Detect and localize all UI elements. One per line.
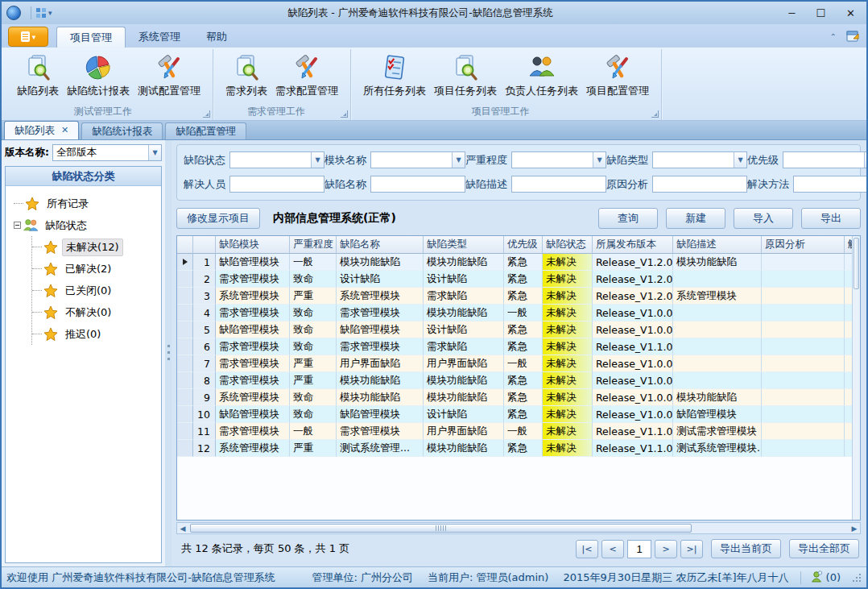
table-cell[interactable]: 未解决 bbox=[543, 338, 593, 355]
table-row[interactable]: 10缺陷管理模块致命缺陷管理模块设计缺陷紧急未解决Release_V1.0.0缺… bbox=[177, 406, 852, 423]
page-number-input[interactable] bbox=[627, 540, 651, 558]
table-cell[interactable] bbox=[762, 321, 845, 338]
modify-columns-button[interactable]: 修改显示项目 bbox=[176, 208, 260, 229]
dialog-launcher-icon[interactable] bbox=[203, 110, 210, 118]
filter-dropdown-r1-3[interactable]: ▼ bbox=[652, 151, 747, 168]
tree-item[interactable]: 已关闭(0) bbox=[32, 280, 158, 301]
chevron-down-icon[interactable]: ▼ bbox=[864, 152, 866, 168]
tree-collapse-icon[interactable] bbox=[14, 222, 21, 229]
table-cell[interactable]: 需求缺陷 bbox=[424, 338, 504, 355]
filter-input-r2-4[interactable] bbox=[793, 176, 866, 193]
column-header-3[interactable]: 缺陷类型 bbox=[424, 236, 504, 254]
table-cell[interactable]: 需求缺陷 bbox=[424, 288, 504, 305]
table-row[interactable]: 11需求管理模块一般需求管理模块用户界面缺陷一般未解决Release_V1.1.… bbox=[177, 423, 852, 440]
table-cell[interactable]: 一般 bbox=[504, 305, 543, 321]
column-header-6[interactable]: 所属发布版本 bbox=[593, 236, 673, 254]
column-header-8[interactable]: 原因分析 bbox=[762, 236, 845, 254]
table-cell[interactable]: 模块功能缺陷 bbox=[337, 372, 424, 389]
horizontal-scroll-track[interactable] bbox=[188, 523, 849, 533]
scroll-right-icon[interactable]: ▶ bbox=[849, 525, 860, 533]
tab-close-icon[interactable]: ✕ bbox=[61, 122, 68, 139]
table-cell[interactable]: 模块功能缺陷 bbox=[424, 372, 504, 389]
tree-item[interactable]: 缺陷状态 bbox=[14, 214, 158, 236]
table-cell[interactable]: 模块功能缺陷 bbox=[424, 305, 504, 321]
column-header-2[interactable]: 缺陷名称 bbox=[337, 236, 424, 254]
table-cell[interactable]: 紧急 bbox=[504, 406, 543, 423]
table-cell[interactable]: Release_V1.1.0 bbox=[593, 423, 673, 440]
table-cell[interactable]: 模块功能缺陷 bbox=[673, 254, 762, 271]
table-cell[interactable]: 致命 bbox=[290, 338, 337, 355]
table-cell[interactable] bbox=[762, 406, 845, 423]
last-page-button[interactable]: >| bbox=[680, 540, 703, 558]
table-cell[interactable]: 需求管理模块 bbox=[216, 305, 290, 321]
panel-splitter[interactable] bbox=[165, 140, 172, 566]
ribbon-button[interactable]: 项目配置管理 bbox=[582, 52, 653, 100]
chevron-down-icon[interactable]: ▼ bbox=[148, 145, 161, 160]
table-cell[interactable]: 紧急 bbox=[504, 271, 543, 288]
table-cell[interactable]: 缺陷管理模块 bbox=[216, 254, 290, 271]
table-cell[interactable]: 模块功能缺陷 bbox=[424, 254, 504, 271]
table-cell[interactable]: 致命 bbox=[290, 305, 337, 321]
skin-style-icon[interactable] bbox=[846, 29, 860, 44]
table-cell[interactable]: Release_V1.0.0 bbox=[593, 321, 673, 338]
table-cell[interactable]: 需求管理模块 bbox=[337, 423, 424, 440]
table-cell[interactable]: 严重 bbox=[290, 440, 337, 457]
filter-input-r2-3[interactable] bbox=[652, 176, 747, 193]
filter-input-r2-0[interactable] bbox=[229, 176, 324, 193]
table-cell[interactable]: 设计缺陷 bbox=[337, 271, 424, 288]
horizontal-scrollbar-thumb[interactable] bbox=[190, 524, 692, 533]
table-cell[interactable]: 设计缺陷 bbox=[424, 271, 504, 288]
table-cell[interactable]: 需求管理模块 bbox=[337, 338, 424, 355]
table-cell[interactable]: 设计缺陷 bbox=[424, 406, 504, 423]
column-header-9[interactable]: 解决 bbox=[845, 236, 852, 254]
first-page-button[interactable]: |< bbox=[576, 540, 598, 558]
table-cell[interactable]: 模块功能缺陷 bbox=[337, 389, 424, 406]
table-cell[interactable]: 未解决 bbox=[543, 321, 593, 338]
table-cell[interactable]: 紧急 bbox=[504, 254, 543, 271]
chevron-down-icon[interactable]: ▼ bbox=[311, 152, 324, 168]
table-cell[interactable]: 未解决 bbox=[543, 372, 593, 389]
table-cell[interactable]: 致命 bbox=[290, 406, 337, 423]
column-header-1[interactable]: 严重程度 bbox=[290, 236, 337, 254]
column-header-5[interactable]: 缺陷状态 bbox=[543, 236, 593, 254]
filter-dropdown-r1-2[interactable]: ▼ bbox=[511, 151, 606, 168]
ribbon-button[interactable]: 缺陷列表 bbox=[13, 52, 63, 100]
query-button[interactable]: 查询 bbox=[598, 208, 658, 229]
close-button[interactable]: ✕ bbox=[846, 8, 855, 19]
table-row[interactable]: 8需求管理模块严重模块功能缺陷模块功能缺陷紧急未解决Release_V1.0.0 bbox=[177, 372, 852, 389]
table-cell[interactable]: 一般 bbox=[290, 254, 337, 271]
ribbon-button[interactable]: 负责人任务列表 bbox=[501, 52, 582, 100]
table-cell[interactable] bbox=[673, 372, 762, 389]
table-cell[interactable] bbox=[762, 288, 845, 305]
table-cell[interactable]: 紧急 bbox=[504, 372, 543, 389]
table-row[interactable]: 5缺陷管理模块致命缺陷管理模块设计缺陷紧急未解决Release_V1.0.0 bbox=[177, 321, 852, 338]
table-cell[interactable] bbox=[762, 338, 845, 355]
application-menu-button[interactable]: ▾ bbox=[8, 27, 48, 47]
table-cell[interactable]: 系统管理模块 bbox=[216, 288, 290, 305]
export-button[interactable]: 导出 bbox=[801, 208, 861, 229]
table-cell[interactable]: 测试需求管理模块 bbox=[673, 423, 762, 440]
ribbon-collapse-icon[interactable]: ⌃ bbox=[830, 32, 837, 41]
table-cell[interactable]: 需求管理模块 bbox=[337, 305, 424, 321]
table-cell[interactable]: Release_V1.0.0 bbox=[593, 406, 673, 423]
table-cell[interactable]: 系统管理模块 bbox=[216, 440, 290, 457]
table-cell[interactable]: Release_V1.1.0 bbox=[593, 338, 673, 355]
table-cell[interactable]: 需求管理模块 bbox=[216, 271, 290, 288]
table-cell[interactable]: 紧急 bbox=[504, 338, 543, 355]
minimize-button[interactable]: ─ bbox=[789, 8, 796, 19]
tree-item[interactable]: 所有记录 bbox=[14, 193, 158, 214]
table-row[interactable]: 1缺陷管理模块一般模块功能缺陷模块功能缺陷紧急未解决Release_V1.2.0… bbox=[177, 254, 852, 271]
table-cell[interactable]: 致命 bbox=[290, 321, 337, 338]
table-cell[interactable]: 需求管理模块 bbox=[216, 355, 290, 372]
table-cell[interactable]: 致命 bbox=[290, 389, 337, 406]
table-cell[interactable] bbox=[762, 423, 845, 440]
table-cell[interactable]: 缺陷管理模块 bbox=[216, 406, 290, 423]
horizontal-scrollbar[interactable]: ◀ ▶ bbox=[176, 522, 861, 534]
table-cell[interactable] bbox=[673, 321, 762, 338]
table-cell[interactable] bbox=[673, 338, 762, 355]
table-cell[interactable]: 严重 bbox=[290, 355, 337, 372]
table-cell[interactable]: 紧急 bbox=[504, 321, 543, 338]
table-cell[interactable]: 未解决 bbox=[543, 288, 593, 305]
table-cell[interactable]: Release_V1.1.0 bbox=[593, 440, 673, 457]
table-cell[interactable] bbox=[845, 355, 852, 372]
